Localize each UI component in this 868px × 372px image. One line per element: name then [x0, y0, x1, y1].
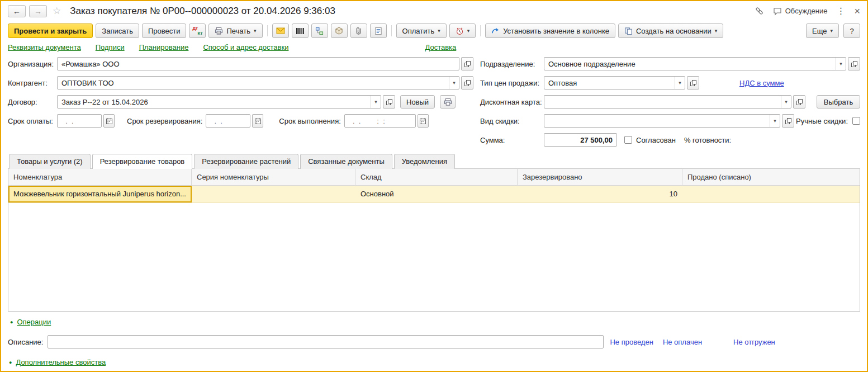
org-open-button[interactable] [461, 57, 473, 70]
package-button[interactable] [331, 23, 348, 38]
status-not-shipped[interactable]: Не отгружен [733, 338, 775, 346]
counterparty-value: ОПТОВИК ТОО [61, 79, 449, 87]
column-header-sold[interactable]: Продано (списано) [682, 169, 860, 185]
forward-button[interactable]: → [29, 5, 47, 17]
new-contract-button[interactable]: Новый [400, 95, 435, 109]
counterparty-open-button[interactable] [461, 76, 473, 90]
chevron-down-icon[interactable]: ▾ [781, 96, 791, 108]
report-button[interactable] [370, 23, 387, 38]
contract-print-button[interactable] [440, 95, 456, 109]
execution-term-field[interactable]: . . : : [344, 114, 416, 128]
more-button[interactable]: Еще ▾ [806, 23, 839, 38]
payment-term-field[interactable]: . . [57, 114, 102, 128]
status-not-posted[interactable]: Не проведен [610, 338, 653, 346]
titlebar: ← → ☆ Заказ покупателя № 0Р00--000000023… [1, 1, 867, 21]
operations-row: ● Операции [1, 312, 867, 332]
close-icon[interactable]: × [854, 6, 860, 16]
column-header-warehouse[interactable]: Склад [355, 169, 518, 185]
post-and-close-button[interactable]: Провести и закрыть [8, 23, 93, 38]
discount-card-field[interactable]: ▾ [544, 95, 791, 109]
mail-button[interactable] [272, 23, 289, 38]
link-icon[interactable] [755, 6, 764, 16]
calendar-icon [106, 118, 112, 124]
discount-kind-open-button[interactable] [782, 114, 794, 128]
payment-term-value: . . [61, 117, 74, 125]
calendar-icon [420, 118, 426, 124]
choose-card-button[interactable]: Выбрать [817, 95, 860, 109]
attachments-button[interactable] [350, 23, 367, 38]
tab-strip: Товары и услуги (2) Резервирование товар… [1, 147, 867, 168]
help-label: ? [850, 27, 853, 35]
price-type-open-button[interactable] [687, 76, 699, 90]
tab-related-documents[interactable]: Связанные документы [300, 154, 392, 169]
column-header-nomenclature[interactable]: Номенклатура [8, 169, 192, 185]
set-value-arrow-icon [491, 27, 500, 35]
dtkt-button[interactable]: Дт Кт [189, 23, 206, 38]
table-row[interactable]: Можжевельник горизонтальный Juniperus ho… [8, 186, 860, 203]
price-type-field[interactable]: Оптовая ▾ [544, 76, 685, 90]
manual-discounts-checkbox[interactable] [852, 117, 860, 125]
reminder-button[interactable]: ▾ [449, 23, 476, 38]
approved-checkbox[interactable] [624, 136, 632, 144]
save-button[interactable]: Записать [96, 23, 139, 38]
status-not-paid[interactable]: Не оплачен [663, 338, 702, 346]
cell-reserved[interactable]: 10 [518, 186, 682, 203]
link-document-requisites[interactable]: Реквизиты документа [8, 43, 81, 51]
column-header-series[interactable]: Серия номенклатуры [192, 169, 355, 185]
discount-kind-field[interactable]: ▾ [544, 114, 780, 128]
terms-row: Срок оплаты: . . Срок резервирования: . … [8, 114, 473, 128]
favorites-star-icon[interactable]: ☆ [53, 5, 61, 17]
link-planning[interactable]: Планирование [139, 43, 189, 51]
link-signatures[interactable]: Подписи [96, 43, 125, 51]
cell-nomenclature[interactable]: Можжевельник горизонтальный Juniperus ho… [8, 186, 192, 203]
description-input[interactable] [48, 335, 604, 349]
pay-button[interactable]: Оплатить ▾ [396, 23, 447, 38]
link-delivery[interactable]: Доставка [425, 43, 456, 51]
reserve-term-calendar-button[interactable] [252, 114, 263, 128]
chevron-down-icon[interactable]: ▾ [770, 115, 780, 127]
chevron-down-icon[interactable]: ▾ [675, 77, 685, 89]
sum-field[interactable]: 27 500,00 [544, 133, 617, 147]
vat-in-sum-link[interactable]: НДС в сумме [739, 79, 784, 87]
column-header-reserved[interactable]: Зарезервировано [518, 169, 682, 185]
help-button[interactable]: ? [843, 23, 860, 38]
tab-goods-reservation[interactable]: Резервирование товаров [92, 154, 193, 169]
tab-goods-services[interactable]: Товары и услуги (2) [9, 154, 91, 169]
execution-term-label: Срок выполнения: [279, 117, 340, 125]
cell-warehouse[interactable]: Основной [355, 186, 518, 203]
department-open-button[interactable] [848, 57, 860, 70]
cell-sold[interactable] [682, 186, 860, 203]
operations-link[interactable]: Операции [17, 318, 51, 326]
structure-button[interactable] [311, 23, 328, 38]
counterparty-field[interactable]: ОПТОВИК ТОО ▾ [57, 76, 459, 90]
contract-field[interactable]: Заказ Р--22 от 15.04.2026 ▾ [57, 95, 381, 109]
chevron-down-icon[interactable]: ▾ [371, 96, 381, 108]
reserve-term-field[interactable]: . . [206, 114, 250, 128]
payment-term-calendar-button[interactable] [103, 114, 115, 128]
back-button[interactable]: ← [8, 5, 26, 17]
execution-term-calendar-button[interactable] [418, 114, 429, 128]
cell-series[interactable] [192, 186, 355, 203]
barcode-button[interactable] [292, 23, 309, 38]
chevron-down-icon[interactable]: ▾ [449, 77, 459, 89]
department-label: Подразделение: [480, 60, 544, 68]
dtkt-kt: Кт [198, 31, 203, 36]
print-button[interactable]: Печать ▾ [208, 23, 262, 38]
tab-notifications[interactable]: Уведомления [394, 154, 455, 169]
open-icon [690, 80, 696, 86]
discussion-button[interactable]: Обсуждение [773, 7, 828, 16]
open-icon [386, 99, 392, 105]
chevron-down-icon[interactable]: ▾ [836, 58, 846, 70]
post-button[interactable]: Провести [142, 23, 187, 38]
discount-card-open-button[interactable] [793, 95, 805, 109]
kebab-menu-icon[interactable]: ⋮ [836, 6, 845, 16]
link-delivery-method[interactable]: Способ и адрес доставки [203, 43, 288, 51]
set-column-value-button[interactable]: Установить значение в колонке [485, 23, 615, 38]
contract-row: Договор: Заказ Р--22 от 15.04.2026 ▾ Нов… [8, 95, 473, 109]
department-field[interactable]: Основное подразделение ▾ [544, 57, 846, 70]
additional-properties-link[interactable]: Дополнительные свойства [16, 358, 106, 366]
org-field[interactable]: «Ромашка» ООО [57, 57, 459, 70]
tab-plants-reservation[interactable]: Резервирование растений [194, 154, 298, 169]
contract-open-button[interactable] [383, 95, 395, 109]
create-based-on-button[interactable]: Создать на основании ▾ [618, 23, 723, 38]
